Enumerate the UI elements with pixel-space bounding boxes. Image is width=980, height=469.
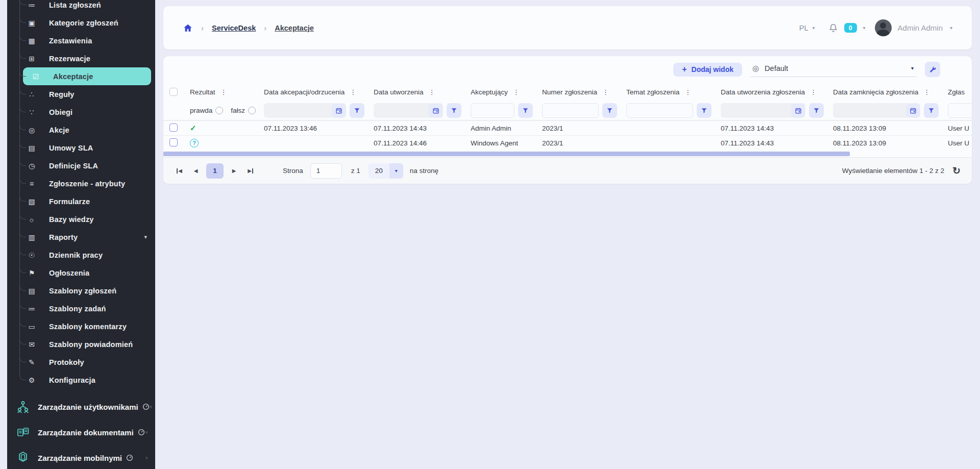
sidebar-item-akceptacje[interactable]: ☑Akceptacje (23, 67, 151, 85)
sidebar-section-zarzadzanie-dokumentami[interactable]: Zarządzanie dokumentami ▾ (7, 419, 155, 445)
sidebar-item-raporty[interactable]: ▥Raporty▾ (7, 228, 155, 246)
filter-button-numer_zgloszenia[interactable] (602, 103, 617, 118)
filter-button-akceptujacy[interactable] (518, 103, 533, 118)
sidebar-section-zarzadzanie-mobilnymi[interactable]: Zarządzanie mobilnymi ▾ (7, 445, 155, 469)
sidebar-item-dziennik-pracy[interactable]: ☉Dziennik pracy (7, 246, 155, 264)
column-menu-icon[interactable]: ⋮ (970, 88, 972, 96)
sidebar-item-formularze[interactable]: ▧Formularze (7, 192, 155, 210)
date-filter-input-data_utworzenia[interactable] (374, 103, 443, 118)
sidebar-item-szablony-zadan[interactable]: ≔Szablony zadań (7, 300, 155, 317)
sidebar-item-szablony-zgloszen[interactable]: ▤Szablony zgłoszeń (7, 282, 155, 300)
cell-data_utworzenia_zgloszenia: 07.11.2023 14:43 (719, 139, 831, 147)
template-document-icon: ▤ (26, 287, 37, 295)
cell-data_utworzenia_zgloszenia: 07.11.2023 14:43 (719, 125, 831, 132)
page-input[interactable]: 1 (310, 163, 342, 179)
sidebar-section-zarzadzanie-uzytkownikami[interactable]: Zarządzanie użytkownikami ▾ (7, 394, 155, 419)
sidebar-item-lista-zgloszen[interactable]: ≔Lista zgłoszeń (7, 0, 155, 14)
table-row[interactable]: ✓07.11.2023 13:4607.11.2023 14:43Admin A… (163, 120, 972, 135)
calendar-icon[interactable] (906, 104, 920, 117)
text-filter-input-zglaszajacy[interactable] (948, 103, 972, 118)
notification-chevron-icon[interactable]: ▾ (863, 25, 866, 31)
filter-button-data_akceptacji[interactable] (350, 103, 364, 118)
column-menu-icon[interactable]: ⋮ (429, 88, 435, 96)
table-row[interactable]: ?07.11.2023 14:46Windows Agent2023/107.1… (163, 135, 972, 150)
notification-badge[interactable]: 0 (844, 23, 857, 33)
user-menu-chevron-icon[interactable]: ▾ (950, 25, 952, 31)
current-page-button[interactable]: 1 (206, 163, 224, 179)
template-tasks-icon: ≔ (26, 305, 37, 313)
sidebar-item-rezerwacje[interactable]: ⊞Rezerwacje (7, 50, 155, 67)
next-page-button[interactable]: ▶ (227, 164, 241, 178)
first-page-button[interactable]: ◀ (172, 164, 186, 178)
home-icon[interactable] (183, 23, 193, 33)
sidebar-section-label: Zarządzanie dokumentami (38, 428, 134, 437)
filter-button-data_utworzenia_zgloszenia[interactable] (809, 103, 824, 118)
sidebar-item-protokoly[interactable]: ✎Protokoły (7, 353, 155, 371)
refresh-icon[interactable]: ↻ (952, 166, 961, 176)
filter-button-data_zamkniecia_zgloszenia[interactable] (924, 103, 939, 118)
sidebar-section-label: Zarządzanie mobilnymi (38, 454, 122, 462)
page-label: Strona (283, 167, 303, 175)
breadcrumb-servicedesk[interactable]: ServiceDesk (212, 24, 256, 32)
sidebar-item-szablony-komentarzy[interactable]: ▭Szablony komentarzy (7, 317, 155, 335)
column-menu-icon[interactable]: ⋮ (602, 88, 609, 96)
sidebar-item-definicje-sla[interactable]: ◷Definicje SLA (7, 157, 155, 175)
row-checkbox-cell (167, 124, 188, 133)
breadcrumb: › ServiceDesk › Akceptacje (183, 23, 314, 33)
row-checkbox[interactable] (169, 124, 178, 132)
column-menu-icon[interactable]: ⋮ (923, 88, 930, 96)
column-menu-icon[interactable]: ⋮ (350, 88, 356, 96)
cell-akceptujacy: Admin Admin (469, 125, 540, 132)
sidebar-item-kategorie-zgloszen[interactable]: ▣Kategorie zgłoszeń (7, 14, 155, 32)
sidebar-item-label: Akcje (49, 126, 69, 134)
column-menu-icon[interactable]: ⋮ (810, 88, 817, 96)
sidebar-item-konfiguracja[interactable]: ⚙Konfiguracja (7, 371, 155, 389)
breadcrumb-akceptacje[interactable]: Akceptacje (275, 24, 314, 32)
add-view-button[interactable]: + Dodaj widok (673, 63, 742, 77)
per-page-select[interactable]: 20 ▾ (369, 163, 403, 179)
sidebar-item-ogloszenia[interactable]: ⚑Ogłoszenia (7, 264, 155, 282)
text-filter-input-temat_zgloszenia[interactable] (626, 103, 693, 118)
filter-cell-akceptujacy (469, 103, 540, 118)
prev-page-button[interactable]: ◀ (189, 164, 203, 178)
horizontal-scrollbar[interactable] (163, 150, 972, 157)
per-page-label: na stronę (410, 167, 438, 175)
avatar[interactable] (875, 19, 892, 36)
column-menu-icon[interactable]: ⋮ (220, 88, 227, 96)
row-checkbox-cell (167, 138, 188, 148)
calendar-icon[interactable] (429, 104, 443, 117)
radio-button[interactable] (248, 107, 256, 114)
sidebar-item-szablony-powiadomien[interactable]: ✉Szablony powiadomień (7, 335, 155, 353)
column-menu-icon[interactable]: ⋮ (684, 88, 691, 96)
sidebar-item-umowy-sla[interactable]: ▤Umowy SLA (7, 139, 155, 157)
cell-rezultat: ✓ (188, 124, 262, 133)
language-selector[interactable]: PL ▾ (799, 24, 815, 32)
bell-icon[interactable] (828, 23, 838, 33)
scrollbar-thumb[interactable] (163, 152, 850, 156)
settings-wrench-button[interactable] (925, 62, 940, 77)
date-filter-input-data_zamkniecia_zgloszenia[interactable] (833, 103, 920, 118)
sidebar-item-reguly[interactable]: ∴Reguły (7, 85, 155, 103)
sidebar-item-zestawienia[interactable]: ▦Zestawienia (7, 32, 155, 50)
calendar-icon[interactable] (791, 104, 805, 117)
sidebar-item-akcje[interactable]: ◎Akcje (7, 121, 155, 139)
select-all-checkbox[interactable] (169, 88, 178, 96)
row-checkbox[interactable] (169, 138, 178, 146)
filter-button-temat_zgloszenia[interactable] (697, 103, 712, 118)
date-filter-input-data_akceptacji[interactable] (264, 103, 346, 118)
cell-numer_zgloszenia: 2023/1 (540, 125, 624, 132)
sidebar-item-bazy-wiedzy[interactable]: ☼Bazy wiedzy (7, 210, 155, 228)
user-name[interactable]: Admin Admin (898, 23, 943, 32)
table-filter-row: prawdafałsz (163, 101, 972, 120)
sidebar-item-obiegi[interactable]: ∵Obiegi (7, 103, 155, 121)
text-filter-input-numer_zgloszenia[interactable] (542, 103, 599, 118)
text-filter-input-akceptujacy[interactable] (471, 103, 514, 118)
calendar-icon[interactable] (332, 104, 346, 117)
date-filter-input-data_utworzenia_zgloszenia[interactable] (721, 103, 805, 118)
column-menu-icon[interactable]: ⋮ (513, 88, 520, 96)
sidebar-item-zgloszenie-atrybuty[interactable]: ≡Zgłoszenie - atrybuty (7, 175, 155, 192)
last-page-button[interactable]: ▶ (244, 164, 258, 178)
filter-button-data_utworzenia[interactable] (447, 103, 461, 118)
radio-button[interactable] (215, 107, 223, 114)
view-select[interactable]: ◎ Default ▾ (750, 62, 917, 77)
